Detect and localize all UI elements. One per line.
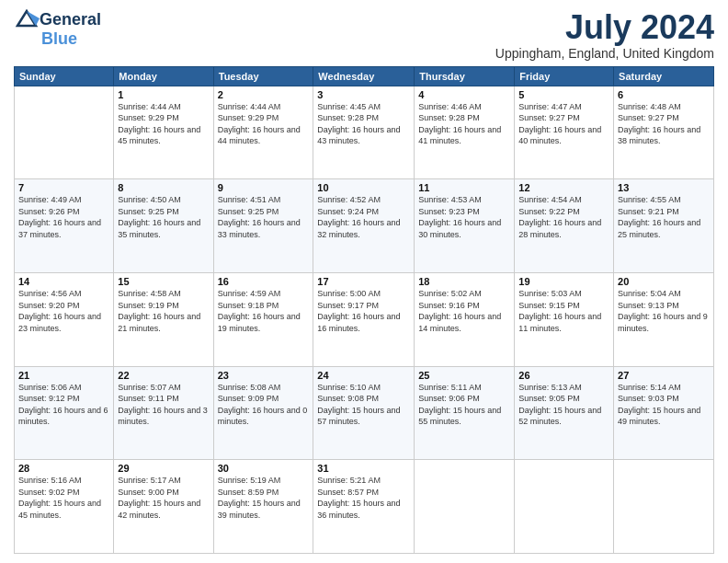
sunset-text: Sunset: 9:09 PM bbox=[218, 394, 279, 403]
table-row: 11 Sunrise: 4:53 AM Sunset: 9:23 PM Dayl… bbox=[415, 179, 515, 273]
table-row: 24 Sunrise: 5:10 AM Sunset: 9:08 PM Dayl… bbox=[313, 366, 415, 460]
table-row: 8 Sunrise: 4:50 AM Sunset: 9:25 PM Dayli… bbox=[114, 179, 213, 273]
daylight-text: Daylight: 15 hours and 45 minutes. bbox=[18, 499, 101, 520]
sunrise-text: Sunrise: 4:50 AM bbox=[118, 195, 181, 204]
sunset-text: Sunset: 9:08 PM bbox=[317, 394, 379, 403]
daylight-text: Daylight: 16 hours and 19 minutes. bbox=[218, 312, 301, 333]
sunset-text: Sunset: 9:25 PM bbox=[118, 207, 179, 216]
day-number: 24 bbox=[317, 370, 410, 381]
title-block: July 2024 Uppingham, England, United Kin… bbox=[495, 9, 714, 61]
daylight-text: Daylight: 16 hours and 6 minutes. bbox=[18, 406, 108, 427]
sunset-text: Sunset: 9:22 PM bbox=[518, 207, 580, 216]
sunset-text: Sunset: 9:17 PM bbox=[317, 301, 379, 310]
table-row: 27 Sunrise: 5:14 AM Sunset: 9:03 PM Dayl… bbox=[614, 366, 714, 460]
day-number: 18 bbox=[418, 276, 510, 287]
day-number: 11 bbox=[418, 182, 510, 193]
sunrise-text: Sunrise: 4:44 AM bbox=[118, 102, 181, 111]
day-info: Sunrise: 5:04 AM Sunset: 9:13 PM Dayligh… bbox=[618, 288, 710, 334]
table-row: 23 Sunrise: 5:08 AM Sunset: 9:09 PM Dayl… bbox=[213, 366, 313, 460]
table-row: 21 Sunrise: 5:06 AM Sunset: 9:12 PM Dayl… bbox=[15, 366, 114, 460]
day-info: Sunrise: 5:02 AM Sunset: 9:16 PM Dayligh… bbox=[418, 288, 510, 334]
day-info: Sunrise: 4:45 AM Sunset: 9:28 PM Dayligh… bbox=[317, 101, 410, 147]
daylight-text: Daylight: 16 hours and 28 minutes. bbox=[518, 218, 601, 239]
sunrise-text: Sunrise: 5:04 AM bbox=[618, 289, 681, 298]
day-info: Sunrise: 5:06 AM Sunset: 9:12 PM Dayligh… bbox=[18, 382, 109, 428]
table-row: 3 Sunrise: 4:45 AM Sunset: 9:28 PM Dayli… bbox=[313, 86, 415, 179]
day-info: Sunrise: 5:21 AM Sunset: 8:57 PM Dayligh… bbox=[317, 475, 410, 521]
day-info: Sunrise: 4:54 AM Sunset: 9:22 PM Dayligh… bbox=[518, 194, 609, 240]
day-info: Sunrise: 4:46 AM Sunset: 9:28 PM Dayligh… bbox=[418, 101, 510, 147]
daylight-text: Daylight: 16 hours and 37 minutes. bbox=[18, 218, 101, 239]
sunrise-text: Sunrise: 4:54 AM bbox=[518, 195, 582, 204]
table-row: 29 Sunrise: 5:17 AM Sunset: 9:00 PM Dayl… bbox=[114, 460, 213, 554]
daylight-text: Daylight: 16 hours and 35 minutes. bbox=[118, 218, 200, 239]
table-row: 1 Sunrise: 4:44 AM Sunset: 9:29 PM Dayli… bbox=[114, 86, 213, 179]
table-row: 13 Sunrise: 4:55 AM Sunset: 9:21 PM Dayl… bbox=[614, 179, 714, 273]
table-row bbox=[515, 460, 614, 554]
day-number: 27 bbox=[618, 370, 710, 381]
sunrise-text: Sunrise: 4:49 AM bbox=[18, 195, 82, 204]
sunset-text: Sunset: 9:20 PM bbox=[18, 301, 80, 310]
page: General Blue July 2024 Uppingham, Englan… bbox=[0, 0, 728, 563]
daylight-text: Daylight: 16 hours and 16 minutes. bbox=[317, 312, 400, 333]
daylight-text: Daylight: 15 hours and 39 minutes. bbox=[218, 499, 301, 520]
day-info: Sunrise: 4:48 AM Sunset: 9:27 PM Dayligh… bbox=[618, 101, 710, 147]
day-info: Sunrise: 5:14 AM Sunset: 9:03 PM Dayligh… bbox=[618, 382, 710, 428]
sunset-text: Sunset: 9:13 PM bbox=[618, 301, 679, 310]
sunset-text: Sunset: 9:26 PM bbox=[18, 207, 80, 216]
sunrise-text: Sunrise: 4:51 AM bbox=[218, 195, 281, 204]
calendar-week-row: 28 Sunrise: 5:16 AM Sunset: 9:02 PM Dayl… bbox=[15, 460, 714, 554]
table-row: 18 Sunrise: 5:02 AM Sunset: 9:16 PM Dayl… bbox=[415, 272, 515, 366]
table-row: 31 Sunrise: 5:21 AM Sunset: 8:57 PM Dayl… bbox=[313, 460, 415, 554]
day-info: Sunrise: 4:51 AM Sunset: 9:25 PM Dayligh… bbox=[218, 194, 310, 240]
daylight-text: Daylight: 16 hours and 44 minutes. bbox=[218, 125, 301, 146]
sunset-text: Sunset: 9:21 PM bbox=[618, 207, 679, 216]
sunrise-text: Sunrise: 5:08 AM bbox=[218, 383, 281, 392]
table-row: 2 Sunrise: 4:44 AM Sunset: 9:29 PM Dayli… bbox=[213, 86, 313, 179]
day-number: 31 bbox=[317, 463, 410, 474]
day-info: Sunrise: 4:59 AM Sunset: 9:18 PM Dayligh… bbox=[218, 288, 310, 334]
location: Uppingham, England, United Kingdom bbox=[495, 46, 714, 61]
table-row: 7 Sunrise: 4:49 AM Sunset: 9:26 PM Dayli… bbox=[15, 179, 114, 273]
table-row: 22 Sunrise: 5:07 AM Sunset: 9:11 PM Dayl… bbox=[114, 366, 213, 460]
sunrise-text: Sunrise: 5:14 AM bbox=[618, 383, 681, 392]
daylight-text: Daylight: 16 hours and 45 minutes. bbox=[118, 125, 200, 146]
day-info: Sunrise: 5:00 AM Sunset: 9:17 PM Dayligh… bbox=[317, 288, 410, 334]
sunset-text: Sunset: 9:05 PM bbox=[518, 394, 580, 403]
day-number: 15 bbox=[118, 276, 209, 287]
day-number: 26 bbox=[518, 370, 609, 381]
sunrise-text: Sunrise: 4:59 AM bbox=[218, 289, 281, 298]
calendar-week-row: 14 Sunrise: 4:56 AM Sunset: 9:20 PM Dayl… bbox=[15, 272, 714, 366]
day-number: 17 bbox=[317, 276, 410, 287]
calendar-week-row: 21 Sunrise: 5:06 AM Sunset: 9:12 PM Dayl… bbox=[15, 366, 714, 460]
daylight-text: Daylight: 16 hours and 23 minutes. bbox=[18, 312, 101, 333]
table-row: 19 Sunrise: 5:03 AM Sunset: 9:15 PM Dayl… bbox=[515, 272, 614, 366]
sunset-text: Sunset: 9:25 PM bbox=[218, 207, 279, 216]
sunset-text: Sunset: 9:15 PM bbox=[518, 301, 580, 310]
header-sunday: Sunday bbox=[15, 66, 114, 86]
daylight-text: Daylight: 16 hours and 41 minutes. bbox=[418, 125, 501, 146]
daylight-text: Daylight: 16 hours and 25 minutes. bbox=[618, 218, 700, 239]
table-row: 17 Sunrise: 5:00 AM Sunset: 9:17 PM Dayl… bbox=[313, 272, 415, 366]
day-number: 16 bbox=[218, 276, 310, 287]
day-number: 8 bbox=[118, 182, 209, 193]
calendar-week-row: 7 Sunrise: 4:49 AM Sunset: 9:26 PM Dayli… bbox=[15, 179, 714, 273]
sunset-text: Sunset: 9:19 PM bbox=[118, 301, 179, 310]
day-number: 10 bbox=[317, 182, 410, 193]
daylight-text: Daylight: 15 hours and 52 minutes. bbox=[518, 406, 601, 427]
day-number: 28 bbox=[18, 463, 109, 474]
sunrise-text: Sunrise: 4:45 AM bbox=[317, 102, 381, 111]
day-info: Sunrise: 5:10 AM Sunset: 9:08 PM Dayligh… bbox=[317, 382, 410, 428]
day-number: 19 bbox=[518, 276, 609, 287]
day-info: Sunrise: 4:56 AM Sunset: 9:20 PM Dayligh… bbox=[18, 288, 109, 334]
day-number: 29 bbox=[118, 463, 209, 474]
sunset-text: Sunset: 9:06 PM bbox=[418, 394, 480, 403]
sunset-text: Sunset: 9:16 PM bbox=[418, 301, 480, 310]
day-info: Sunrise: 4:44 AM Sunset: 9:29 PM Dayligh… bbox=[118, 101, 209, 147]
table-row: 14 Sunrise: 4:56 AM Sunset: 9:20 PM Dayl… bbox=[15, 272, 114, 366]
sunset-text: Sunset: 9:03 PM bbox=[618, 394, 679, 403]
table-row: 15 Sunrise: 4:58 AM Sunset: 9:19 PM Dayl… bbox=[114, 272, 213, 366]
day-info: Sunrise: 5:19 AM Sunset: 8:59 PM Dayligh… bbox=[218, 475, 310, 521]
day-number: 6 bbox=[618, 89, 710, 100]
logo: General Blue bbox=[14, 9, 101, 49]
